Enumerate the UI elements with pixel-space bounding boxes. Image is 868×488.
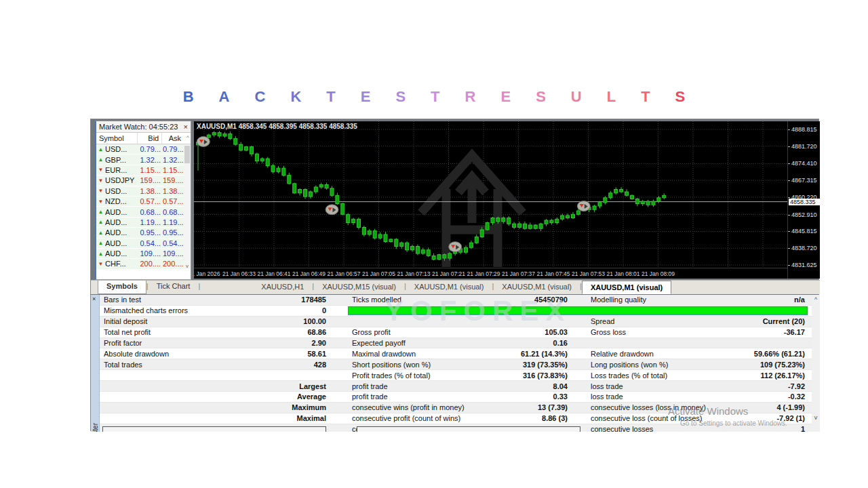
trade-marker-icon: [577, 201, 590, 211]
market-watch-row[interactable]: ▲AUD...0.68...0.68...: [96, 207, 191, 217]
report-row[interactable]: Absolute drawdown58.61Maximal drawdown61…: [100, 348, 812, 359]
market-watch-row[interactable]: ▲GBP...1.32...1.32...: [96, 155, 191, 165]
price-tick: [788, 248, 790, 249]
market-watch-rows: ▲USD...0.79...0.79...▲GBP...1.32...1.32.…: [96, 144, 191, 269]
price-axis[interactable]: 4858.335 4888.8154881.7204874.4104867.31…: [787, 121, 820, 279]
market-watch-row[interactable]: ▼CHF...200....200....: [96, 259, 191, 269]
close-icon[interactable]: ×: [92, 296, 96, 302]
market-watch-row[interactable]: ▲AUD...109....109....: [96, 249, 191, 259]
market-watch-tab-symbols[interactable]: Symbols: [98, 281, 146, 294]
time-axis-label: 21 Jan 07:37: [502, 270, 535, 277]
market-watch-row[interactable]: ▲AUD...0.54...0.54...: [96, 239, 191, 249]
market-watch-row[interactable]: ▲AUD...0.95...0.95...: [96, 228, 191, 238]
page-title: BACKTESTRESULTS: [0, 88, 868, 106]
close-icon[interactable]: ×: [184, 123, 188, 130]
bid-cell: 159....: [138, 176, 163, 184]
report-value: Maximal: [262, 414, 330, 422]
price-axis-label: 4831.625: [791, 262, 817, 268]
price-axis-label: 4874.410: [791, 160, 817, 167]
market-watch-row[interactable]: ▼USD...1.38...1.38...: [96, 186, 191, 197]
market-watch-row[interactable]: ▲USD...0.79...0.79...: [96, 144, 191, 155]
price-tick: [788, 231, 790, 232]
chart-tab[interactable]: XAUUSD,M1 (visual): [406, 281, 492, 294]
ask-cell: 0.95...: [163, 228, 184, 237]
report-row[interactable]: Profit factor2.90Expected payoff0.16: [100, 338, 812, 349]
chart-tab[interactable]: XAUUSD,M1 (visual): [494, 281, 580, 294]
scroll-down-icon[interactable]: v: [184, 263, 191, 269]
chart-watermark-logo: [421, 155, 523, 267]
candlestick-chart-canvas[interactable]: [194, 121, 787, 268]
current-price-badge: 4858.335: [789, 199, 820, 205]
ask-cell: 0.79...: [163, 145, 184, 153]
report-label: Spread: [587, 317, 744, 325]
down-arrow-icon: ▼: [96, 261, 105, 267]
market-watch-header: Market Watch: 04:55:23 ×: [96, 121, 191, 133]
report-label: consecutive wins (profit in money): [348, 403, 501, 411]
report-value: Average: [262, 392, 330, 401]
time-axis-label: 21 Jan 2026: [194, 270, 220, 277]
symbol-cell: AUD...: [105, 228, 138, 237]
chart-tab[interactable]: XAUUSD,M15 (visual): [314, 281, 404, 294]
report-row[interactable]: Profit trades (% of total)316 (73.83%)Lo…: [100, 370, 812, 381]
title-letter: T: [431, 88, 439, 106]
report-label: Modelling quality: [587, 296, 744, 304]
chart-tabs: XAUUSD,H1|XAUUSD,M15 (visual)|XAUUSD,M1 …: [253, 281, 671, 294]
report-row[interactable]: Total net profit68.86Gross profit105.03G…: [100, 327, 812, 338]
report-scrollbar[interactable]: ^ v: [812, 295, 820, 432]
price-axis-label: 4881.720: [791, 143, 817, 150]
cutoff-control: [102, 426, 326, 432]
market-watch-row[interactable]: ▼EUR...1.15...1.15...: [96, 165, 191, 176]
price-tick: [788, 146, 790, 147]
trade-marker-icon: [326, 205, 338, 215]
ask-cell: 1.38...: [163, 187, 184, 195]
bid-cell: 109....: [138, 249, 163, 258]
tester-panel-label: Tester: [92, 423, 99, 432]
symbol-cell: NZD...: [105, 197, 138, 205]
price-chart[interactable]: XAUUSD,M1 4858.345 4858.395 4858.335 485…: [194, 121, 787, 279]
report-value: 8.86 (3): [501, 414, 572, 422]
report-row[interactable]: Total trades428Short positions (won %)31…: [100, 359, 812, 370]
report-value: 112 (26.17%): [744, 371, 812, 380]
up-arrow-icon: ▲: [96, 146, 105, 152]
bid-cell: 0.57...: [138, 197, 163, 205]
symbol-cell: AUD...: [105, 208, 138, 216]
time-axis-label: 21 Jan 07:13: [397, 270, 430, 277]
report-value: -36.17: [744, 328, 812, 336]
column-ask[interactable]: Ask: [162, 133, 184, 144]
report-label: consecutive losses (loss in money): [587, 403, 744, 411]
column-symbol[interactable]: Symbol: [96, 133, 138, 144]
scroll-down-icon[interactable]: v: [812, 414, 820, 421]
scrollbar-thumb[interactable]: [184, 146, 190, 163]
report-row[interactable]: Mismatched charts errors0: [100, 306, 812, 317]
report-label: Short positions (won %): [348, 361, 501, 369]
market-watch-row[interactable]: ▲AUD...1.19...1.19...: [96, 218, 191, 228]
report-row[interactable]: Largestprofit trade8.04loss trade-7.92: [100, 381, 812, 392]
scroll-up-icon[interactable]: ^: [812, 296, 820, 303]
report-row[interactable]: Maximumconsecutive wins (profit in money…: [100, 403, 812, 413]
column-bid[interactable]: Bid: [138, 133, 162, 144]
report-value: 13 (7.39): [501, 403, 572, 411]
trade-marker-icon: [449, 242, 462, 252]
price-tick: [788, 180, 790, 181]
market-watch-tab-tick-chart[interactable]: Tick Chart: [149, 281, 199, 294]
price-axis-label: 4845.815: [791, 228, 817, 235]
scroll-up-icon[interactable]: ^: [184, 133, 191, 144]
time-axis-label: 21 Jan 07:53: [572, 270, 605, 277]
report-row[interactable]: Bars in test178485Ticks modelled45450790…: [100, 295, 812, 306]
market-watch-row[interactable]: ▼USDJPY159....159....: [96, 176, 191, 186]
report-row[interactable]: Averageprofit trade0.33loss trade-0.32: [100, 392, 812, 403]
bid-cell: 0.79...: [138, 145, 163, 153]
time-axis-label: 21 Jan 07:29: [467, 270, 500, 277]
market-watch-row[interactable]: ▼NZD...0.57...0.57...: [96, 197, 191, 207]
time-axis[interactable]: 21 Jan 202621 Jan 06:3321 Jan 06:4121 Ja…: [194, 268, 787, 279]
report-label: Bars in test: [100, 296, 262, 304]
chart-tab[interactable]: XAUUSD,H1: [253, 281, 312, 294]
report-row[interactable]: Initial deposit100.00SpreadCurrent (20): [100, 317, 812, 327]
bid-cell: 1.15...: [138, 166, 163, 174]
price-axis-label: 4867.315: [791, 177, 817, 184]
market-watch-scrollbar[interactable]: v: [184, 144, 191, 269]
report-row[interactable]: Maximalconsecutive profit (count of wins…: [100, 413, 812, 424]
market-watch-panel: Market Watch: 04:55:23 × Symbol Bid Ask …: [95, 121, 191, 280]
up-arrow-icon: ▲: [96, 230, 105, 236]
chart-tab[interactable]: XAUUSD,M1 (visual): [582, 281, 671, 294]
